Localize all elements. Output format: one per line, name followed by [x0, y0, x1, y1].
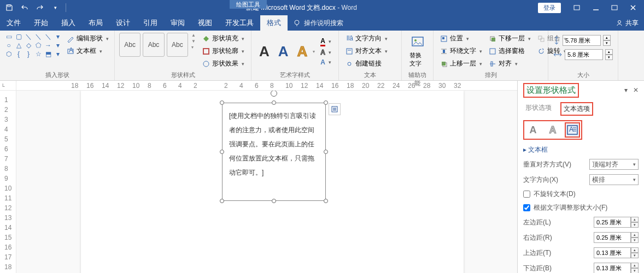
ml-down[interactable]: ▾ — [631, 222, 639, 228]
position-button[interactable]: 位置▾ — [438, 33, 484, 44]
tab-view[interactable]: 视图 — [191, 15, 219, 31]
wordart-style-2[interactable]: A — [275, 43, 292, 60]
shape-style-2[interactable]: Abc — [143, 33, 164, 57]
pane-tab-shape[interactable]: 形状选项 — [523, 102, 554, 116]
ribbon-options-icon[interactable] — [567, 1, 586, 14]
tell-me-search[interactable]: 操作说明搜索 — [288, 19, 349, 28]
textbox-tab-icon[interactable]: A — [565, 122, 580, 138]
shapes-gallery[interactable]: ▭▢＼＼＼▾ ○△◇⬠→▾ ⬡{}☆⬒▾ — [4, 33, 62, 58]
pane-options-icon[interactable]: ▾ — [624, 86, 628, 94]
group-label: 文本 — [343, 70, 397, 79]
text-dir-label: 文字方向(X) — [523, 175, 558, 185]
margin-left-label: 左边距(L) — [523, 218, 551, 227]
style-scroll-down[interactable]: ▼ — [191, 39, 196, 44]
height-down[interactable]: ▾ — [603, 40, 611, 46]
wordart-style-3[interactable]: A — [294, 43, 311, 60]
style-more[interactable]: ▾ — [191, 45, 196, 50]
redo-icon[interactable] — [33, 1, 47, 14]
layout-options-icon[interactable] — [329, 103, 341, 115]
pane-tab-text[interactable]: 文本选项 — [560, 102, 593, 116]
resize-handle-ml[interactable] — [220, 150, 224, 154]
align-button[interactable]: 对齐▾ — [487, 58, 533, 69]
edit-shape-button[interactable]: 编辑形状▾ — [65, 33, 111, 44]
mb-up[interactable]: ▴ — [631, 263, 639, 268]
alt-text-button[interactable]: 替换文字 — [406, 33, 429, 70]
tab-design[interactable]: 设计 — [109, 15, 137, 31]
group-button[interactable]: 组合▾ — [535, 33, 569, 44]
width-down[interactable]: ▾ — [605, 55, 613, 60]
ml-up[interactable]: ▴ — [631, 217, 639, 222]
resize-handle-bc[interactable] — [272, 199, 276, 203]
resize-handle-tl[interactable] — [220, 100, 224, 105]
resize-handle-tc[interactable] — [272, 100, 276, 105]
shape-fill-button[interactable]: 形状填充▾ — [200, 33, 247, 44]
svg-point-15 — [414, 39, 417, 41]
create-link-button[interactable]: 创建链接 — [343, 58, 390, 69]
text-effects-tab-icon[interactable]: A — [545, 122, 560, 138]
margin-bottom-input[interactable] — [594, 263, 631, 273]
wrap-text-button[interactable]: 环绕文字▾ — [438, 45, 484, 57]
margin-top-input[interactable] — [594, 247, 631, 258]
send-backward-button[interactable]: 下移一层▾ — [487, 33, 533, 44]
valign-select[interactable]: 顶端对齐▾ — [589, 159, 639, 170]
share-button[interactable]: 共享 — [616, 19, 639, 28]
shape-style-1[interactable]: Abc — [119, 33, 140, 57]
tab-insert[interactable]: 插入 — [55, 15, 82, 31]
rotate-handle[interactable] — [271, 91, 277, 97]
alt-text-icon — [410, 35, 425, 50]
maximize-icon[interactable] — [606, 1, 623, 14]
shape-outline-button[interactable]: 形状轮廓▾ — [200, 45, 247, 57]
minimize-icon[interactable] — [587, 1, 605, 14]
align-text-button[interactable]: 对齐文本▾ — [343, 45, 390, 57]
text-effects-button[interactable]: A▾ — [319, 58, 332, 67]
tab-layout[interactable]: 布局 — [82, 15, 109, 31]
mr-down[interactable]: ▾ — [631, 238, 639, 243]
qat-more-icon[interactable]: ▾ — [48, 1, 62, 14]
tab-developer[interactable]: 开发工具 — [219, 15, 260, 31]
tab-home[interactable]: 开始 — [27, 15, 55, 31]
save-icon[interactable] — [2, 1, 16, 14]
resize-handle-mr[interactable] — [324, 150, 328, 154]
resize-handle-tr[interactable] — [324, 100, 328, 105]
pane-close-icon[interactable]: ✕ — [633, 86, 639, 94]
mr-up[interactable]: ▴ — [631, 232, 639, 238]
pane-title: 设置形状格式 — [523, 83, 579, 98]
wordart-more[interactable]: ▾ — [313, 49, 315, 54]
width-up[interactable]: ▴ — [605, 49, 613, 55]
autofit-checkbox[interactable]: 根据文字调整形状大小(F) — [523, 203, 639, 212]
tab-review[interactable]: 审阅 — [164, 15, 191, 31]
margin-right-input[interactable] — [594, 232, 631, 243]
text-fill-button[interactable]: A▾ — [319, 37, 332, 47]
no-rotate-checkbox[interactable]: 不旋转文本(D) — [523, 189, 639, 199]
mt-down[interactable]: ▾ — [631, 253, 639, 258]
resize-handle-br[interactable] — [324, 199, 328, 203]
textbox-button[interactable]: A文本框▾ — [65, 45, 111, 57]
selection-pane-button[interactable]: 选择窗格 — [487, 45, 533, 57]
resize-handle-bl[interactable] — [220, 199, 224, 203]
tab-file[interactable]: 文件 — [0, 15, 27, 31]
shape-style-3[interactable]: Abc — [167, 33, 188, 57]
login-button[interactable]: 登录 — [532, 1, 566, 14]
mb-down[interactable]: ▾ — [631, 268, 639, 273]
pane-section-textbox[interactable]: ▸ 文本框 — [523, 145, 639, 155]
undo-icon[interactable] — [17, 1, 32, 14]
mt-up[interactable]: ▴ — [631, 247, 639, 253]
svg-text:llâ: llâ — [347, 35, 353, 42]
page: [使用文档中的独特引言吸引读者的注意力，或者使用此空间强调要点。要在此页面上的任… — [81, 91, 464, 273]
text-fill-outline-icon[interactable]: A — [525, 122, 541, 138]
height-up[interactable]: ▴ — [603, 35, 611, 40]
tab-references[interactable]: 引用 — [137, 15, 164, 31]
wordart-style-1[interactable]: A — [256, 43, 273, 60]
text-direction-button[interactable]: llâ文字方向▾ — [343, 33, 390, 44]
bring-forward-button[interactable]: 上移一层▾ — [438, 58, 484, 69]
textbox-content[interactable]: [使用文档中的独特引言吸引读者的注意力，或者使用此空间强调要点。要在此页面上的任… — [229, 112, 316, 176]
shape-effects-button[interactable]: 形状效果▾ — [200, 58, 247, 69]
text-dir-select[interactable]: 横排▾ — [589, 174, 639, 185]
style-scroll-up[interactable]: ▲ — [191, 33, 196, 38]
tab-format[interactable]: 格式 — [260, 15, 288, 31]
width-input[interactable]: 5.8 厘米 — [565, 49, 603, 60]
close-icon[interactable] — [624, 1, 642, 14]
text-outline-button[interactable]: A▾ — [319, 48, 332, 57]
margin-left-input[interactable] — [594, 217, 631, 228]
textbox-shape[interactable]: [使用文档中的独特引言吸引读者的注意力，或者使用此空间强调要点。要在此页面上的任… — [222, 103, 326, 201]
